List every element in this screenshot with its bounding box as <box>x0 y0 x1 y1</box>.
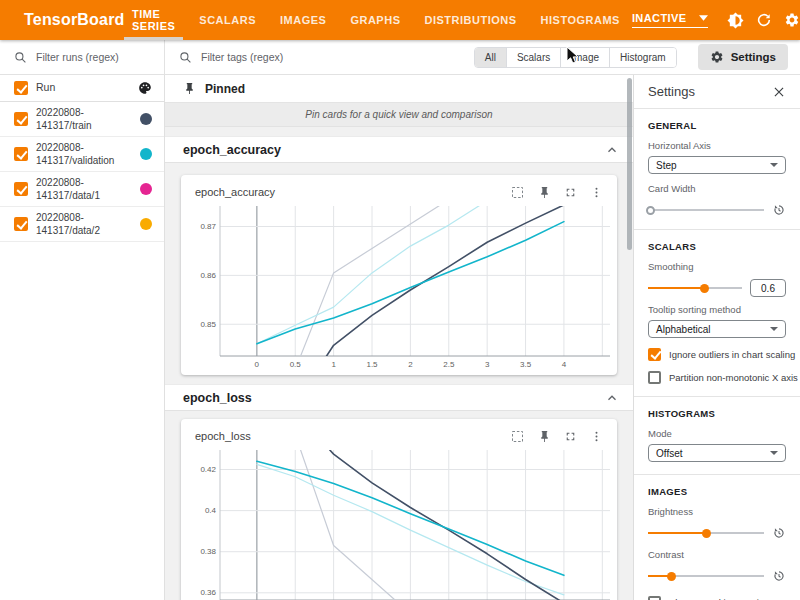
divider <box>634 108 800 109</box>
chevron-down-icon <box>699 15 708 21</box>
scalar-card-epoch-accuracy: epoch_accuracy 0.850.860.8700.511.522.53… <box>181 175 617 375</box>
horizontal-axis-label: Horizontal Axis <box>648 140 786 151</box>
tag-filter-image[interactable]: Image <box>560 48 609 67</box>
card-toolbar <box>510 185 603 200</box>
pin-icon[interactable] <box>538 430 551 443</box>
run-name: 20220808-141317/validation <box>36 141 122 167</box>
tensorboard-app: TensorBoard TIME SERIESSCALARSIMAGESGRAP… <box>0 0 800 600</box>
more-options-icon[interactable] <box>590 430 603 443</box>
run-name: 20220808-141317/data/2 <box>36 211 122 237</box>
histogram-mode-select[interactable]: Offset <box>648 444 786 462</box>
ignore-outliers-label: Ignore outliers in chart scaling <box>669 349 795 360</box>
tag-filter-histogram[interactable]: Histogram <box>609 48 676 67</box>
runs-filter-placeholder: Filter runs (regex) <box>36 51 119 63</box>
tooltip-sorting-label: Tooltip sorting method <box>648 304 786 315</box>
fit-domain-icon[interactable] <box>510 185 525 200</box>
scalars-heading: SCALARS <box>648 241 786 252</box>
histogram-mode-value: Offset <box>656 448 683 459</box>
fullscreen-icon[interactable] <box>564 186 577 199</box>
chevron-down-icon <box>770 451 778 455</box>
chevron-up-icon[interactable] <box>605 391 619 405</box>
run-color-dot <box>140 218 152 230</box>
nav-tab-histograms[interactable]: HISTOGRAMS <box>529 0 632 40</box>
nav-tab-time-series[interactable]: TIME SERIES <box>120 0 187 40</box>
run-row: 20220808-141317/data/2 <box>0 207 164 242</box>
card-title: epoch_accuracy <box>195 186 510 198</box>
section-epoch-accuracy[interactable]: epoch_accuracy <box>165 136 633 163</box>
tag-filter-all[interactable]: All <box>475 48 506 67</box>
nav-tab-graphs[interactable]: GRAPHS <box>338 0 412 40</box>
pin-icon[interactable] <box>538 186 551 199</box>
content-scrollbar[interactable] <box>627 78 632 250</box>
close-icon[interactable] <box>772 85 786 99</box>
run-checkbox[interactable] <box>14 182 28 196</box>
top-app-bar: TensorBoard TIME SERIESSCALARSIMAGESGRAP… <box>0 0 800 40</box>
brightness-slider[interactable] <box>648 527 764 539</box>
section-epoch-loss[interactable]: epoch_loss <box>165 384 633 411</box>
pinned-section-header: Pinned <box>165 75 633 103</box>
select-all-runs-checkbox[interactable] <box>14 81 28 95</box>
palette-icon[interactable] <box>138 81 152 95</box>
nav-tab-scalars[interactable]: SCALARS <box>187 0 268 40</box>
card-width-slider[interactable] <box>648 204 764 216</box>
svg-text:4: 4 <box>562 360 567 369</box>
contrast-slider[interactable] <box>648 570 764 582</box>
more-options-icon[interactable] <box>590 186 603 199</box>
tooltip-sorting-select[interactable]: Alphabetical <box>648 320 786 338</box>
run-row: 20220808-141317/validation <box>0 137 164 172</box>
chevron-up-icon[interactable] <box>605 143 619 157</box>
svg-text:1: 1 <box>331 360 336 369</box>
nav-tab-distributions[interactable]: DISTRIBUTIONS <box>412 0 528 40</box>
run-checkbox[interactable] <box>14 217 28 231</box>
main-nav-tabs: TIME SERIESSCALARSIMAGESGRAPHSDISTRIBUTI… <box>120 0 632 40</box>
runs-column-header: Run <box>36 81 122 95</box>
settings-panel: Settings GENERAL Horizontal Axis Step Ca… <box>633 75 800 600</box>
histogram-mode-label: Mode <box>648 428 786 439</box>
smoothing-label: Smoothing <box>648 261 786 272</box>
app-logo: TensorBoard <box>24 11 120 29</box>
brightness-toggle-icon[interactable] <box>722 6 750 34</box>
section-title: epoch_accuracy <box>183 143 605 157</box>
reset-icon[interactable] <box>772 203 786 217</box>
gear-icon <box>710 50 724 64</box>
run-name: 20220808-141317/data/1 <box>36 176 122 202</box>
tag-filter-scalars[interactable]: Scalars <box>506 48 560 67</box>
svg-text:0: 0 <box>255 360 260 369</box>
card-header: epoch_loss <box>183 425 615 445</box>
fit-domain-icon[interactable] <box>510 429 525 444</box>
histograms-heading: HISTOGRAMS <box>648 408 786 419</box>
svg-text:1.5: 1.5 <box>366 360 378 369</box>
reload-status-select[interactable]: INACTIVE <box>632 12 708 28</box>
run-color-dot <box>140 113 152 125</box>
fullscreen-icon[interactable] <box>564 430 577 443</box>
actual-image-size-checkbox[interactable] <box>648 596 661 600</box>
tags-filter-placeholder: Filter tags (regex) <box>201 51 283 63</box>
runs-filter-input[interactable]: Filter runs (regex) <box>0 40 165 74</box>
search-icon <box>14 51 27 64</box>
epoch-loss-chart[interactable]: 0.360.380.40.4200.511.522.533.54 <box>186 447 616 600</box>
tooltip-sorting-value: Alphabetical <box>656 324 710 335</box>
run-list: 20220808-141317/train20220808-141317/val… <box>0 102 164 242</box>
run-checkbox[interactable] <box>14 147 28 161</box>
card-header: epoch_accuracy <box>183 181 615 201</box>
reset-icon[interactable] <box>772 569 786 583</box>
ignore-outliers-checkbox[interactable] <box>648 348 661 361</box>
horizontal-axis-select[interactable]: Step <box>648 156 786 174</box>
card-width-label: Card Width <box>648 183 786 194</box>
main-content: Pinned Pin cards for a quick view and co… <box>165 75 633 600</box>
chevron-down-icon <box>770 327 778 331</box>
settings-button[interactable]: Settings <box>698 44 788 70</box>
search-icon <box>179 51 192 64</box>
refresh-icon[interactable] <box>750 6 778 34</box>
run-checkbox[interactable] <box>14 112 28 126</box>
epoch-accuracy-chart[interactable]: 0.850.860.8700.511.522.533.54 <box>186 203 616 371</box>
partition-x-axis-checkbox[interactable] <box>648 371 661 384</box>
svg-text:2.5: 2.5 <box>443 360 455 369</box>
reset-icon[interactable] <box>772 526 786 540</box>
smoothing-input[interactable] <box>750 279 786 297</box>
gear-icon[interactable] <box>778 6 800 34</box>
smoothing-slider[interactable] <box>648 282 742 294</box>
svg-text:0.4: 0.4 <box>205 506 217 515</box>
nav-tab-images[interactable]: IMAGES <box>268 0 338 40</box>
svg-text:2: 2 <box>408 360 413 369</box>
